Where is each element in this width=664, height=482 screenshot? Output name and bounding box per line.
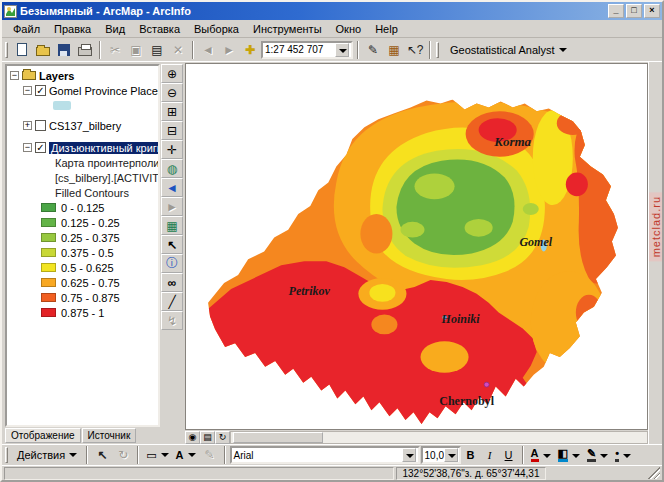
- layer-symbol-row: [7, 98, 158, 113]
- data-view-button[interactable]: ◉: [185, 431, 200, 444]
- layer-checkbox-checked[interactable]: ✓: [35, 85, 46, 96]
- pan-button[interactable]: ✛: [161, 140, 183, 159]
- toolbar-separator: [429, 41, 431, 59]
- expand-icon[interactable]: +: [23, 121, 32, 130]
- chevron-down-icon: [559, 48, 567, 56]
- zoom-in-button[interactable]: ⊕: [161, 64, 183, 83]
- menu-help[interactable]: Help: [368, 21, 405, 37]
- cut-button: ✂: [105, 40, 125, 60]
- maximize-button[interactable]: □: [626, 4, 642, 18]
- marker-color-dropdown[interactable]: •: [612, 446, 634, 464]
- layer-checkbox-unchecked[interactable]: [35, 120, 46, 131]
- layer-source: [cs_bilbery].[ACTIVITY]: [7, 170, 158, 185]
- layers-tree[interactable]: − Layers − ✓ Gomel Province Places + CS1…: [5, 64, 160, 427]
- legend-swatch: [41, 308, 56, 317]
- editor-toolbar-button[interactable]: ✎: [363, 40, 383, 60]
- map-scale-value: 1:27 452 707: [265, 44, 323, 55]
- legend-swatch: [41, 203, 56, 212]
- menu-insert[interactable]: Вставка: [132, 21, 187, 37]
- tree-node-gomel-places[interactable]: − ✓ Gomel Province Places: [7, 83, 158, 98]
- menu-view[interactable]: Вид: [98, 21, 132, 37]
- back-arrow-icon: ◄: [166, 181, 178, 195]
- cut-icon: ✂: [110, 43, 120, 57]
- drawing-menu[interactable]: Действия: [12, 447, 82, 463]
- menu-edit[interactable]: Правка: [47, 21, 98, 37]
- horizontal-scrollbar[interactable]: [230, 431, 648, 444]
- underline-button[interactable]: U: [500, 446, 518, 464]
- font-family-value: Arial: [234, 450, 254, 461]
- select-features-button[interactable]: ▦: [161, 216, 183, 235]
- bold-button[interactable]: B: [462, 446, 480, 464]
- go-back-extent-button[interactable]: ◄: [161, 178, 183, 197]
- menu-window[interactable]: Окно: [329, 21, 369, 37]
- paste-button[interactable]: ▤: [147, 40, 167, 60]
- tools-toolbar: ⊕ ⊖ ⊞ ⊟ ✛ ◍ ◄ ► ▦ ↖ ⓘ ∞ ╱ ↯: [160, 62, 184, 444]
- tab-source[interactable]: Источник: [82, 428, 137, 443]
- scrollbar-thumb[interactable]: [233, 432, 323, 443]
- layout-view-button[interactable]: ▤: [200, 431, 215, 444]
- size-dropdown-arrow[interactable]: [444, 448, 458, 462]
- identify-button[interactable]: ⓘ: [161, 254, 183, 273]
- layer-checkbox-checked[interactable]: ✓: [35, 142, 46, 153]
- font-color-dropdown[interactable]: A: [528, 446, 554, 464]
- select-elements-button[interactable]: ↖: [161, 235, 183, 254]
- fixed-zoom-out-button[interactable]: ⊟: [161, 121, 183, 140]
- arctoolbox-button[interactable]: ▦: [384, 40, 404, 60]
- font-family-combo[interactable]: Arial: [230, 446, 420, 464]
- title-bar[interactable]: Безымянный - ArcMap - ArcInfo _ □ ×: [2, 2, 662, 20]
- italic-button[interactable]: I: [481, 446, 499, 464]
- tree-node-layers[interactable]: − Layers: [7, 68, 158, 83]
- print-button[interactable]: [75, 40, 95, 60]
- select-elements-button[interactable]: ↖: [92, 445, 112, 465]
- full-extent-button[interactable]: ◍: [161, 159, 183, 178]
- new-document-button[interactable]: [12, 40, 32, 60]
- legend-item: 0.625 - 0.75: [7, 275, 158, 290]
- map-canvas[interactable]: KormaGomelPetrikovHoinikiChernobyl: [185, 63, 648, 430]
- menu-tools[interactable]: Инструменты: [246, 21, 329, 37]
- font-size-value: 10,0: [425, 450, 444, 461]
- minimize-button[interactable]: _: [608, 4, 624, 18]
- toolbar-grip[interactable]: [5, 42, 8, 58]
- text-tool-dropdown[interactable]: A: [173, 447, 199, 463]
- legend-item: 0.75 - 0.875: [7, 290, 158, 305]
- collapse-icon[interactable]: −: [10, 71, 19, 80]
- fill-color-dropdown[interactable]: ◧: [555, 446, 583, 464]
- save-button[interactable]: [54, 40, 74, 60]
- geostatistical-analyst-menu[interactable]: Geostatistical Analyst: [443, 41, 574, 59]
- binoculars-icon: ∞: [168, 276, 177, 290]
- collapse-icon[interactable]: −: [23, 143, 32, 152]
- add-data-button[interactable]: ✚: [240, 40, 260, 60]
- fixed-zoom-in-button[interactable]: ⊞: [161, 102, 183, 121]
- tree-node-cs137[interactable]: + CS137_bilbery: [7, 118, 158, 133]
- line-color-dropdown[interactable]: ✎: [584, 446, 611, 464]
- zoom-out-button[interactable]: ⊖: [161, 83, 183, 102]
- contour-light-green: [465, 219, 493, 237]
- find-button[interactable]: ∞: [161, 273, 183, 292]
- shape-tool-dropdown[interactable]: ▭: [143, 447, 171, 464]
- geostatistical-analyst-label: Geostatistical Analyst: [450, 44, 555, 56]
- contour-green: [396, 159, 514, 255]
- line-pen-icon: ✎: [587, 448, 596, 462]
- scale-dropdown-arrow[interactable]: [335, 43, 349, 57]
- font-size-combo[interactable]: 10,0: [421, 446, 461, 464]
- toolbar-grip[interactable]: [436, 42, 439, 58]
- hyperlink-button: ↯: [161, 311, 183, 330]
- legend-label: 0.625 - 0.75: [61, 277, 120, 289]
- menu-file[interactable]: Файл: [6, 21, 47, 37]
- toolbar-grip[interactable]: [5, 447, 8, 463]
- tree-node-kriging[interactable]: − ✓ Дизъюнктивный кригинг: [7, 140, 158, 155]
- font-dropdown-arrow[interactable]: [402, 448, 416, 462]
- open-button[interactable]: [33, 40, 53, 60]
- map-scale-combo[interactable]: 1:27 452 707: [261, 41, 353, 59]
- whats-this-button[interactable]: ↖?: [405, 40, 425, 60]
- legend-swatch: [41, 218, 56, 227]
- menu-selection[interactable]: Выборка: [187, 21, 246, 37]
- delete-icon: ✕: [173, 43, 183, 57]
- refresh-view-button[interactable]: ↻: [215, 431, 230, 444]
- legend-swatch: [41, 278, 56, 287]
- close-button[interactable]: ×: [644, 4, 660, 18]
- resize-grip[interactable]: [648, 467, 660, 479]
- measure-button[interactable]: ╱: [161, 292, 183, 311]
- tab-display[interactable]: Отображение: [5, 428, 81, 443]
- collapse-icon[interactable]: −: [23, 86, 32, 95]
